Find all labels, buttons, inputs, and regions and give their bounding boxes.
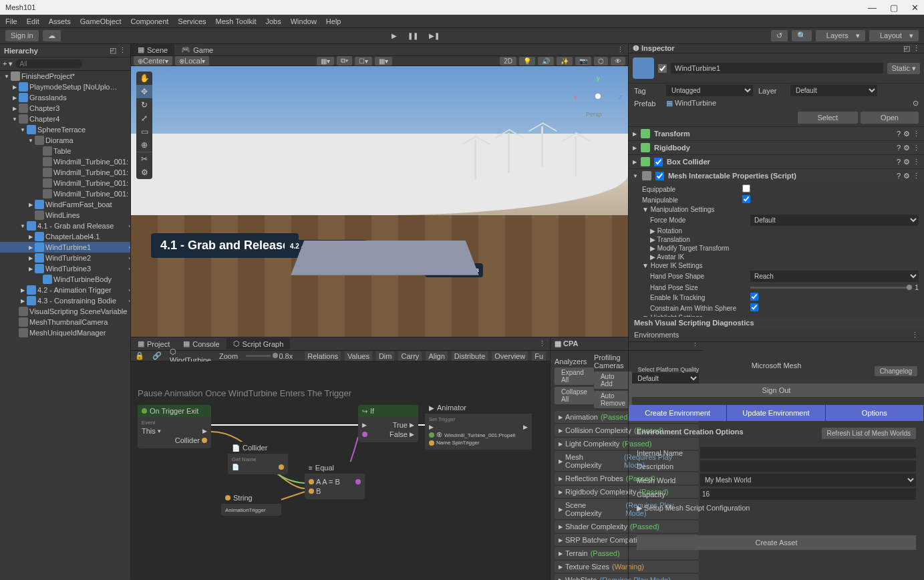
graph-opt-values[interactable]: Values — [345, 351, 372, 361]
move-tool[interactable]: ✥ — [136, 85, 152, 98]
menu-services[interactable]: Services — [178, 17, 206, 25]
hand-pose-shape-select[interactable]: Reach — [750, 271, 919, 282]
script-graph-canvas[interactable]: Pause Animation Once WindTurbine Enters … — [131, 361, 550, 580]
help-icon[interactable]: ? — [897, 172, 901, 180]
mesh-world-select[interactable]: My Mesh World — [700, 474, 916, 486]
menu-jobs[interactable]: Jobs — [265, 17, 281, 25]
hierarchy-item[interactable]: Table — [0, 146, 130, 156]
menu-assets[interactable]: Assets — [49, 17, 71, 25]
link-icon[interactable]: 🔗 — [152, 351, 162, 360]
hierarchy-item[interactable]: ▼FinishedProject* — [0, 71, 130, 82]
component-header[interactable]: ▼Mesh Interactable Properties (Script)?⚙… — [629, 169, 924, 182]
hierarchy-item[interactable]: VisualScripting SceneVariable — [0, 306, 130, 317]
maximize-icon[interactable]: ◰ — [903, 44, 910, 53]
hierarchy-item[interactable]: MeshThumbnailCamera — [0, 317, 130, 327]
audio-icon[interactable]: 🔊 — [538, 57, 554, 65]
diagnostics-header[interactable]: Mesh Visual Scripting Diagnostics — [629, 317, 924, 329]
options-button[interactable]: Options — [826, 405, 924, 421]
grid-button[interactable]: ▦▾ — [317, 57, 334, 65]
tab-scene[interactable]: ▦Scene — [131, 44, 174, 55]
light-icon[interactable]: 💡 — [519, 57, 535, 65]
help-icon[interactable]: ? — [897, 158, 901, 166]
hierarchy-item[interactable]: ▶WindTurbine1› — [0, 242, 130, 253]
graph-opt-fu[interactable]: Fu — [532, 351, 546, 361]
constrain-arm-check[interactable] — [750, 303, 758, 311]
graph-opt-carry[interactable]: Carry — [398, 351, 422, 361]
menu-gameobject[interactable]: GameObject — [80, 17, 122, 25]
capacity-input[interactable] — [700, 488, 916, 500]
layers-dropdown[interactable]: Layers ▾ — [816, 30, 865, 41]
hierarchy-item[interactable]: MeshUniqueIdManager — [0, 327, 130, 338]
node-set-trigger[interactable]: ▶ Animator Set Trigger ▶▶ ⦿Windmill_Turb… — [425, 402, 532, 450]
tab-script-graph[interactable]: ⬡ Script Graph — [226, 338, 291, 349]
hierarchy-item[interactable]: Windmill_Turbine_001: — [0, 156, 130, 167]
graph-opt-dim[interactable]: Dim — [376, 351, 395, 361]
hierarchy-item[interactable]: Windmill_Turbine_001: — [0, 188, 130, 199]
camera-icon[interactable]: 📷 — [575, 57, 591, 65]
active-checkbox[interactable] — [658, 64, 667, 73]
layer-select[interactable]: Default — [790, 85, 877, 96]
menu-window[interactable]: Window — [291, 17, 317, 25]
setup-config-row[interactable]: ▶ Setup Mesh Script Configuration — [637, 504, 916, 513]
rect-tool[interactable]: ▭ — [136, 125, 152, 138]
create-env-button[interactable]: Create Environment — [629, 405, 727, 421]
force-mode-select[interactable]: Default — [750, 214, 919, 226]
menu-icon[interactable]: ⋮ — [913, 44, 920, 53]
menu-icon[interactable]: ⋮ — [119, 46, 126, 55]
preset-icon[interactable]: ⚙ — [903, 158, 910, 166]
menu-mesh-toolkit[interactable]: Mesh Toolkit — [216, 17, 257, 25]
help-icon[interactable]: ? — [897, 144, 901, 152]
equippable-check[interactable] — [742, 184, 750, 192]
component-header[interactable]: ▶Box Collider?⚙⋮ — [629, 155, 924, 168]
step-button[interactable]: ▶❚ — [425, 31, 444, 41]
menu-icon[interactable]: ⋮ — [913, 130, 920, 138]
graph-opt-relations[interactable]: Relations — [305, 351, 341, 361]
prefab-link[interactable]: ▦ WindTurbine — [666, 99, 716, 108]
node-string[interactable]: String AnimationTrigger — [221, 492, 281, 516]
custom-tool-2[interactable]: ⚙ — [136, 166, 152, 179]
hierarchy-search[interactable] — [15, 59, 82, 68]
hierarchy-item[interactable]: WindLines — [0, 210, 130, 221]
select-button[interactable]: Select — [798, 112, 859, 124]
expand-all-button[interactable]: Expand All — [555, 368, 594, 385]
graph-opt-align[interactable]: Align — [426, 351, 447, 361]
update-env-button[interactable]: Update Environment — [727, 405, 825, 421]
menu-icon[interactable]: ⋮ — [913, 172, 920, 180]
create-asset-button[interactable]: Create Asset — [637, 535, 916, 550]
component-header[interactable]: ▶Transform?⚙⋮ — [629, 127, 924, 140]
hierarchy-item[interactable]: ▼Diorama — [0, 135, 130, 146]
maximize-button[interactable]: ▢ — [890, 3, 898, 13]
hierarchy-item[interactable]: ▼Chapter4 — [0, 114, 130, 124]
menu-edit[interactable]: Edit — [27, 17, 39, 25]
hierarchy-item[interactable]: ▶WindTurbine2› — [0, 253, 130, 263]
snap-button[interactable]: ⧉▾ — [337, 56, 352, 65]
menu-icon[interactable]: ⋮ — [613, 45, 628, 54]
create-dropdown[interactable]: + ▾ — [3, 59, 13, 68]
hierarchy-item[interactable]: ▶Chapter3 — [0, 103, 130, 114]
pivot-button[interactable]: ⊕Center▾ — [134, 56, 172, 65]
internal-name-input[interactable] — [700, 447, 916, 458]
manipulable-check[interactable] — [742, 195, 750, 203]
node-if[interactable]: ↪ If ▶True ▶ False ▶ — [358, 405, 418, 442]
component-header[interactable]: ▶Rigidbody?⚙⋮ — [629, 141, 924, 154]
collapse-all-button[interactable]: Collapse All — [555, 387, 594, 404]
hand-tool[interactable]: ✋ — [136, 71, 152, 85]
preset-icon[interactable]: ⚙ — [903, 130, 910, 138]
graph-opt-distribute[interactable]: Distribute — [452, 351, 488, 361]
hierarchy-item[interactable]: ▶4.2 - Animation Trigger› — [0, 285, 130, 295]
scale-tool[interactable]: ⤢ — [136, 112, 152, 125]
search-icon[interactable]: 🔍 — [792, 30, 812, 41]
maximize-icon[interactable]: ◰ — [110, 46, 116, 55]
hierarchy-item[interactable]: WindTurbineBody — [0, 274, 130, 285]
changelog-button[interactable]: Changelog — [875, 366, 917, 376]
scene-gizmo[interactable]: y z x Persp — [578, 76, 618, 116]
hierarchy-item[interactable]: ▶ChapterLabel4.1 — [0, 231, 130, 242]
rotate-tool[interactable]: ↻ — [136, 98, 152, 112]
transform-tool[interactable]: ⊕ — [136, 138, 152, 152]
cloud-icon[interactable]: ☁ — [43, 30, 61, 41]
signout-button[interactable]: Sign Out — [629, 384, 924, 397]
minimize-button[interactable]: — — [868, 3, 877, 13]
hierarchy-item[interactable]: ▶PlaymodeSetup [NoUplo… — [0, 82, 130, 92]
hierarchy-item[interactable]: ▶WindFarmFast_boat — [0, 199, 130, 210]
tool-button[interactable]: ☐▾ — [355, 57, 372, 65]
